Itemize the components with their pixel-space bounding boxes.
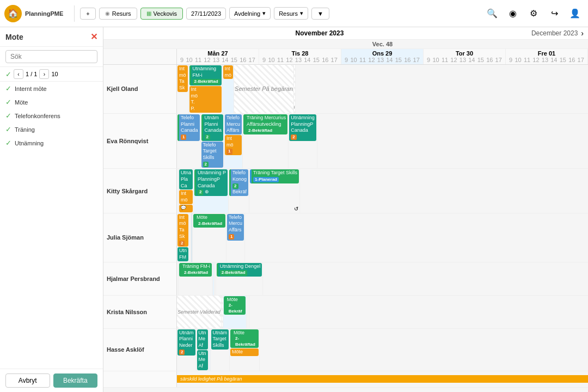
- next-month-arrow[interactable]: ›: [581, 29, 584, 38]
- week-label: Vec. 48: [177, 41, 588, 47]
- app-name: PlanningPME: [25, 10, 63, 17]
- prev-page-button[interactable]: ‹: [14, 69, 23, 79]
- special-leave-label: särskild ledighet På begäran: [177, 375, 588, 383]
- table-row: Kjell Oland IntmöTaSk UtnämningFM-i2-Bek…: [103, 65, 588, 114]
- cell-eva-wed: TelefoMercuAffärs Intmö1: [224, 114, 243, 169]
- page-info: 1 / 1: [26, 71, 37, 77]
- cell-eva-fri: UtnämningPlanningPCanada2: [289, 114, 317, 169]
- max-items: 10: [51, 71, 58, 77]
- hour-ticks-thu: 91011121314151617: [426, 57, 503, 63]
- filter-button[interactable]: ▼: [311, 8, 329, 20]
- table-row: Kitty Skårgard UtnaPlaCa Intmö 💬 Utnämni…: [103, 169, 588, 213]
- cell-krista-fri: [248, 296, 250, 328]
- cell-kitty-fri: Träning Target Skills1-Planerad ↺: [249, 169, 300, 212]
- person-extra: [103, 371, 177, 387]
- cell-eva-mon: TelefoPlanniCanada1: [177, 114, 201, 169]
- list-item[interactable]: Intmö: [179, 190, 193, 204]
- list-item[interactable]: IntmöTaSk2: [177, 214, 188, 247]
- list-item[interactable]: Träning MercuriusAffärsutveckling2-Bekrä…: [243, 114, 287, 134]
- sidebar-header: Mote ✕: [0, 27, 103, 47]
- resurs-button[interactable]: ◉ Resurs: [99, 8, 137, 20]
- current-month: November 2023: [108, 29, 531, 37]
- resurs-select[interactable]: Resurs ▾: [274, 7, 308, 20]
- sidebar-title: Mote: [5, 33, 23, 41]
- sidebar: Mote ✕ ✓ ‹ 1 / 1 › 10 ✓ Internt möte ✓ M…: [0, 27, 103, 392]
- sidebar-item-internt-mote[interactable]: ✓ Internt möte: [0, 82, 103, 95]
- cancel-button[interactable]: Avbryt: [5, 373, 50, 388]
- list-item[interactable]: Utnämning Dengel2-Bekräftad: [217, 263, 262, 277]
- list-item[interactable]: Träning FM-i2-Bekräftad: [179, 263, 212, 277]
- list-item[interactable]: Möte: [230, 348, 259, 356]
- list-item[interactable]: UtnämTargetSkills: [211, 329, 229, 350]
- list-item[interactable]: TelefoMercuAffärs: [225, 114, 242, 134]
- item-label: Träning: [15, 126, 35, 133]
- cell-julia-thu: Möte2-Bekräftad: [193, 213, 226, 262]
- list-item[interactable]: IntmöTaSk: [177, 65, 188, 92]
- list-item[interactable]: TelefoTargetSkills2: [201, 142, 224, 168]
- cell-kjell-tue: UtnämningFM-i2-Bekräftad IntmöT.P.: [189, 65, 223, 113]
- list-item[interactable]: IntmöT.P.: [189, 86, 222, 113]
- cell-eva-thu: Träning MercuriusAffärsutveckling2-Bekrä…: [243, 114, 289, 169]
- day-header-mon: Mån 27 91011121314151617: [177, 49, 259, 64]
- table-row: Eva Rönnqvist TelefoPlanniCanada1 UtnämP…: [103, 114, 588, 169]
- user-button[interactable]: 👤: [566, 5, 584, 22]
- list-item[interactable]: UtnämPlanniCanada2: [201, 114, 224, 141]
- cell-hasse-fri: Möte2-Bekräftad Möte: [230, 329, 260, 371]
- list-item[interactable]: Intmö: [223, 65, 234, 79]
- list-item[interactable]: Möte2-Bekräf: [224, 296, 246, 315]
- avdelning-select[interactable]: Avdelning ▾: [229, 7, 271, 20]
- sidebar-item-telefonkonferens[interactable]: ✓ Telefonkonferens: [0, 109, 103, 122]
- sidebar-close-button[interactable]: ✕: [90, 32, 97, 42]
- list-item[interactable]: Intmö1: [225, 135, 242, 155]
- list-item[interactable]: UtnMeAf: [197, 350, 208, 370]
- list-item[interactable]: TelefoPlanniCanada1: [177, 114, 200, 141]
- list-item[interactable]: UtnämningFM-i2-Bekräftad: [189, 65, 222, 85]
- cell-kjell-mon: IntmöTaSk: [177, 65, 189, 113]
- layers-button[interactable]: ◉: [504, 5, 522, 22]
- date-display[interactable]: 27/11/2023: [186, 8, 226, 20]
- list-item[interactable]: TelefoMercuAffärs1: [227, 214, 244, 241]
- day-header-thu: Tor 30 91011121314151617: [424, 49, 506, 64]
- day-header-tue: Tis 28 91011121314151617: [259, 49, 341, 64]
- list-item[interactable]: UtnämPlanniNeder2: [177, 329, 195, 356]
- person-julia-sjoman: Julia Sjöman: [103, 213, 177, 262]
- sidebar-item-utnamning[interactable]: ✓ Utnämning: [0, 136, 103, 150]
- cell-kitty-wed: Utnämning PPlanningPCanada2 ⊕: [194, 169, 229, 212]
- person-eva-ronnqvist: Eva Rönnqvist: [103, 114, 177, 169]
- list-item[interactable]: TelefoKonog2Bekräf: [229, 169, 248, 196]
- list-item[interactable]: Utnämning PPlanningPCanada2 ⊕: [194, 169, 228, 196]
- cell-kjell-thu: Semester På begäran: [234, 65, 294, 113]
- list-item[interactable]: UtnämningPlanningPCanada2: [289, 114, 316, 141]
- list-item[interactable]: UtnaPlaCa: [179, 169, 193, 189]
- sidebar-item-mote[interactable]: ✓ Möte: [0, 95, 103, 109]
- check-icon: ✓: [5, 98, 11, 106]
- day-name-mon: Mån 27: [179, 50, 256, 57]
- check-icon: ✓: [5, 139, 11, 147]
- add-button[interactable]: +: [80, 8, 95, 20]
- share-button[interactable]: ↪: [546, 5, 563, 22]
- list-item[interactable]: UtnFM: [177, 247, 188, 261]
- cell-hjalmar-tue: Träning FM-i2-Bekräftad: [179, 262, 213, 295]
- list-item[interactable]: Möte2-Bekräftad: [230, 329, 259, 348]
- search-button[interactable]: 🔍: [483, 5, 501, 22]
- list-item[interactable]: Träning Target Skills1-Planerad: [250, 169, 299, 183]
- table-row: Hjalmar Persbrand Träning FM-i2-Bekräfta…: [103, 262, 588, 296]
- list-item[interactable]: Möte2-Bekräftad: [193, 214, 225, 228]
- day-name-tue: Tis 28: [261, 50, 339, 57]
- confirm-button[interactable]: Bekräfta: [53, 373, 98, 388]
- search-input[interactable]: [5, 50, 97, 63]
- cell-krista-wed: Möte2-Bekräf: [223, 296, 247, 328]
- list-item[interactable]: 💬: [179, 205, 193, 212]
- hour-ticks-wed: 91011121314151617: [344, 57, 421, 63]
- settings-button[interactable]: ⚙: [525, 5, 542, 22]
- check-icon: ✓: [5, 112, 11, 120]
- logo-icon: 🏠: [4, 5, 22, 22]
- check-icon: ✓: [5, 70, 11, 78]
- sidebar-item-traning[interactable]: ✓ Träning: [0, 122, 103, 136]
- next-page-button[interactable]: ›: [39, 69, 49, 79]
- cell-hasse-mon: UtnämPlanniNeder2: [177, 329, 197, 371]
- list-item[interactable]: UtnMeAf: [197, 329, 208, 350]
- cell-julia-mon: IntmöTaSk2 UtnFM: [177, 213, 189, 262]
- cell-hjalmar-fri: Utnämning Dengel2-Bekräftad: [216, 262, 264, 295]
- veckovis-button[interactable]: ▦ Veckovis: [140, 8, 183, 20]
